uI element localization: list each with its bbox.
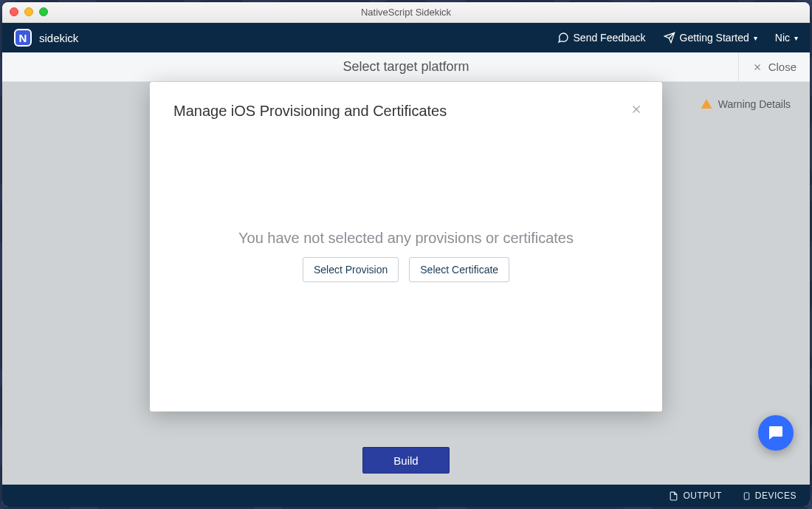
status-bar: OUTPUT DEVICES [2,485,810,507]
app-bar: N sidekick Send Feedback Getting Started… [2,23,810,52]
close-label: Close [768,61,796,73]
svg-rect-0 [744,492,749,499]
close-icon [752,62,763,72]
close-window-icon[interactable] [10,7,18,16]
subheader-title: Select target platform [343,59,469,75]
modal-title: Manage iOS Provisioning and Certificates [173,103,639,120]
send-feedback-link[interactable]: Send Feedback [557,32,646,44]
select-certificate-button[interactable]: Select Certificate [409,257,509,282]
window-title: NativeScript Sidekick [361,7,451,18]
user-name-label: Nic [775,32,790,44]
modal-actions: Select Provision Select Certificate [150,257,662,282]
intercom-chat-button[interactable] [758,415,794,451]
getting-started-menu[interactable]: Getting Started ▾ [664,32,757,44]
send-feedback-label: Send Feedback [574,32,646,44]
mac-titlebar: NativeScript Sidekick [2,2,810,23]
modal-message: You have not selected any provisions or … [150,230,662,247]
modal-header: Manage iOS Provisioning and Certificates [150,82,662,120]
document-icon [669,491,678,501]
devices-tab[interactable]: DEVICES [743,491,796,502]
chevron-down-icon: ▾ [754,34,757,42]
minimize-window-icon[interactable] [24,7,33,16]
select-provision-button[interactable]: Select Provision [303,257,399,282]
window-controls [10,7,48,16]
app-window: NativeScript Sidekick N sidekick Send Fe… [2,2,810,507]
modal-close-button[interactable] [630,103,643,119]
chat-bubble-icon [557,32,569,44]
modal-body: You have not selected any provisions or … [150,230,662,282]
app-brand: sidekick [39,32,78,44]
getting-started-label: Getting Started [680,32,749,44]
provisioning-modal: Manage iOS Provisioning and Certificates… [150,82,662,411]
build-bar: Build [2,436,810,485]
close-panel-button[interactable]: Close [738,52,810,81]
chevron-down-icon: ▾ [794,34,798,42]
warning-details-link[interactable]: Warning Details [701,98,791,110]
chat-icon [767,424,785,442]
user-menu[interactable]: Nic ▾ [775,32,798,44]
warning-icon [701,98,712,110]
warning-label: Warning Details [718,98,791,110]
zoom-window-icon[interactable] [39,7,48,16]
devices-label: DEVICES [755,491,796,501]
sub-header: Select target platform Close [2,52,810,82]
close-icon [630,103,643,116]
content-area: iOS Android Cloud Build Local Build Clea… [2,82,810,485]
mobile-icon [743,491,751,502]
output-tab[interactable]: OUTPUT [669,491,721,501]
build-button[interactable]: Build [362,447,450,474]
output-label: OUTPUT [683,491,721,501]
app-logo: N [14,29,32,47]
paper-plane-icon [664,32,675,44]
